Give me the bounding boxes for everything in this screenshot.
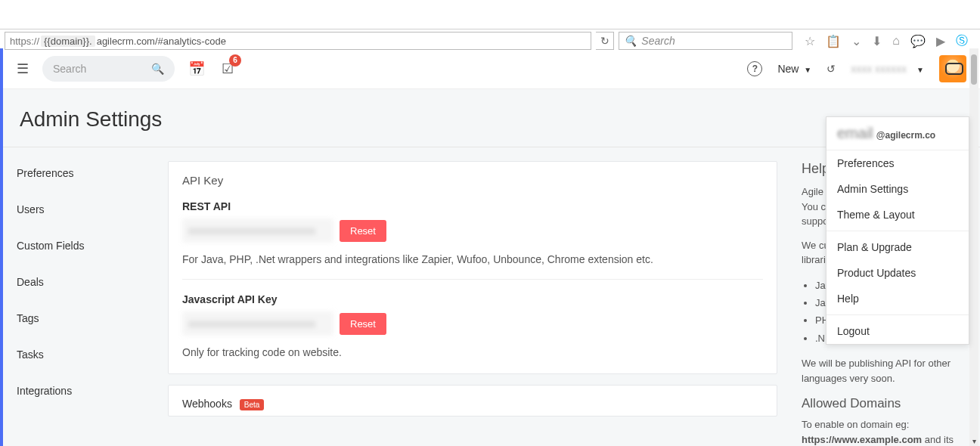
divider [826,231,969,231]
js-api-row: xxxxxxxxxxxxxxxxxxxxxxxx Reset [182,311,763,336]
user-name-obscured: xxxx xxxxxx [851,63,911,75]
user-dropdown: email @agilecrm.co Preferences Admin Set… [826,116,969,345]
sidebar-item-preferences[interactable]: Preferences [3,155,154,191]
header-icons: 📅 ☑ 6 [188,60,234,77]
rest-api-label: REST API [182,200,763,212]
home-icon[interactable]: ⌂ [892,34,900,48]
browser-toolbar-icons: ☆ 📋 ⌄ ⬇ ⌂ 💬 ▶ Ⓢ [797,33,975,49]
url-path: agilecrm.com/#analytics-code [97,36,226,47]
browser-chrome: https:// {{domain}}. agilecrm.com/#analy… [0,0,980,48]
url-bar[interactable]: https:// {{domain}}. agilecrm.com/#analy… [5,32,591,50]
text: To enable on domain eg: [802,419,909,430]
app-header: ☰ Search 🔍 📅 ☑ 6 ? New ▼ ↺ xxxx xxxxxx ▼ [3,48,980,89]
calendar-icon[interactable]: 📅 [188,60,205,77]
browser-search-placeholder: Search [641,35,675,47]
text: and its [922,434,954,445]
browser-bar: https:// {{domain}}. agilecrm.com/#analy… [0,29,980,52]
chevron-down-icon: ▼ [804,66,811,74]
scrollbar-thumb[interactable] [971,54,977,85]
help-icon[interactable]: ? [747,61,762,76]
scrollbar[interactable]: ▾ [969,48,978,446]
example-domain: https://www.example.com [802,434,922,445]
sidebar-item-users[interactable]: Users [3,191,154,228]
star-icon[interactable]: ☆ [805,34,815,48]
webhooks-title: Webhooks [182,398,232,410]
menu-icon[interactable]: ☰ [17,60,29,77]
user-menu-trigger[interactable]: xxxx xxxxxx ▼ [851,63,924,75]
email-obscured: email [837,125,873,142]
js-reset-button[interactable]: Reset [340,313,386,335]
sidebar-item-label: Deals [17,276,44,288]
webhooks-card: Webhooks Beta [168,385,777,417]
sidebar-item-deals[interactable]: Deals [3,264,154,300]
dropdown-item-help[interactable]: Help [826,286,969,311]
search-icon: 🔍 [151,63,164,75]
sidebar-item-label: Integrations [17,385,72,397]
dropdown-item-logout[interactable]: Logout [826,318,969,344]
sidebar-item-label: Tasks [17,348,44,361]
allowed-domains-text: To enable on domain eg: https://www.exam… [802,417,969,446]
sidebar-item-tags[interactable]: Tags [3,300,154,336]
tasks-icon[interactable]: ☑ 6 [222,60,234,77]
chevron-down-icon: ▼ [916,66,924,74]
dropdown-item-product-updates[interactable]: Product Updates [826,260,969,286]
divider [182,279,763,280]
app-search-placeholder: Search [53,63,86,75]
rest-api-row: xxxxxxxxxxxxxxxxxxxxxxxx Reset [182,218,763,243]
dropdown-item-admin-settings[interactable]: Admin Settings [826,176,969,202]
skype-icon[interactable]: Ⓢ [956,33,968,49]
card-title: API Key [182,174,763,187]
reload-button[interactable]: ↻ [596,32,614,50]
sidebar-item-label: Users [17,203,45,215]
dropdown-item-plan-upgrade[interactable]: Plan & Upgrade [826,234,969,260]
sidebar-item-label: Preferences [17,167,73,179]
new-label: New [777,63,799,75]
publish-text: We will be publishing API for other lang… [802,356,969,386]
email-suffix: @agilecrm.co [876,130,935,141]
scroll-down-icon[interactable]: ▾ [969,437,978,446]
chat-icon[interactable]: 💬 [910,34,926,48]
divider [826,314,969,315]
clipboard-icon[interactable]: 📋 [826,34,841,48]
dropdown-email-header: email @agilecrm.co [826,117,969,150]
sidebar-item-label: Tags [17,312,39,324]
browser-search[interactable]: 🔍 Search [619,32,792,50]
history-icon[interactable]: ↺ [826,63,836,75]
beta-badge: Beta [240,399,265,410]
sidebar: Preferences Users Custom Fields Deals Ta… [3,147,154,446]
header-right: ? New ▼ ↺ xxxx xxxxxx ▼ [747,55,966,82]
rest-api-key-obscured: xxxxxxxxxxxxxxxxxxxxxxxx [182,218,333,243]
sidebar-item-tasks[interactable]: Tasks [3,336,154,373]
sidebar-item-label: Custom Fields [17,240,84,252]
download-icon[interactable]: ⬇ [872,34,882,48]
search-icon: 🔍 [624,35,637,47]
avatar[interactable] [939,55,966,82]
rest-reset-button[interactable]: Reset [340,220,386,242]
sidebar-item-custom-fields[interactable]: Custom Fields [3,228,154,264]
dropdown-item-theme-layout[interactable]: Theme & Layout [826,202,969,228]
youtube-icon[interactable]: ▶ [936,34,945,48]
app-search[interactable]: Search 🔍 [42,56,175,82]
js-api-desc: Only for tracking code on website. [182,346,763,358]
pocket-icon[interactable]: ⌄ [851,34,861,48]
notifications-badge: 6 [229,54,241,67]
allowed-domains-title: Allowed Domains [802,396,969,411]
js-api-key-obscured: xxxxxxxxxxxxxxxxxxxxxxxx [182,311,333,336]
new-button[interactable]: New ▼ [777,63,811,75]
url-protocol: https:// [10,36,39,47]
sidebar-item-integrations[interactable]: Integrations [3,373,154,409]
api-key-card: API Key REST API xxxxxxxxxxxxxxxxxxxxxxx… [168,161,777,374]
dropdown-item-preferences[interactable]: Preferences [826,150,969,176]
js-api-label: Javascript API Key [182,293,763,305]
main-content: API Key REST API xxxxxxxxxxxxxxxxxxxxxxx… [154,147,791,446]
url-domain-token: {{domain}}. [41,36,95,47]
rest-api-desc: For Java, PHP, .Net wrappers and integra… [182,253,763,265]
